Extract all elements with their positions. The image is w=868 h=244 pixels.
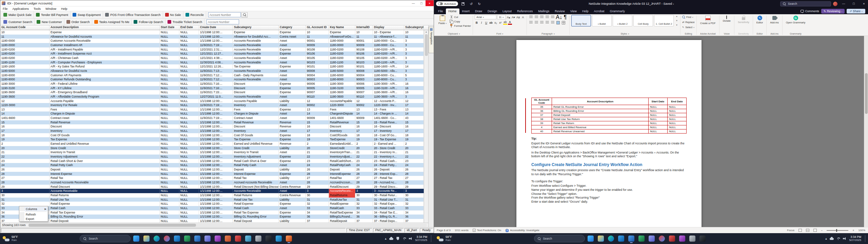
align-left-icon[interactable] bbox=[529, 20, 533, 25]
font-size-select[interactable]: 11▾ bbox=[497, 15, 506, 19]
table-row[interactable]: 1180-0000Customer Accounts ReceivableNUL… bbox=[0, 39, 424, 43]
grid-header-subcategory[interactable]: Subcategory bbox=[233, 25, 279, 30]
context-menu-item-export[interactable]: Export bbox=[20, 217, 47, 221]
toolbar-button-customer-search[interactable]: Customer Search bbox=[1, 19, 35, 25]
table-row[interactable]: 1180-5000Allowance for Doubtful AcctsNUL… bbox=[0, 69, 424, 73]
table-row[interactable]: 33Retail CashNULLNULL1/1/1998 12:00:...R… bbox=[0, 206, 424, 210]
toolbar-button-order-search[interactable]: Order Search bbox=[64, 19, 92, 25]
taskbar-app-onenote[interactable] bbox=[213, 234, 222, 243]
table-row[interactable]: 10ExpenseNULLNULL1/1/1998 12:00:...Expen… bbox=[0, 30, 424, 35]
shrink-font-icon[interactable]: A▾ bbox=[511, 15, 515, 19]
editor-button[interactable]: ✎Editor bbox=[755, 15, 765, 25]
table-row[interactable]: 12Accounts PayableNULLNULL1/1/1998 12:00… bbox=[0, 99, 424, 103]
grid-horizontal-scrollbar[interactable] bbox=[28, 224, 427, 227]
table-row[interactable]: 23Retail Cash Short & OverNULLNULL1/1/19… bbox=[0, 159, 424, 163]
align-right-icon[interactable] bbox=[539, 20, 544, 25]
show-desktop-button[interactable] bbox=[865, 235, 866, 242]
line-spacing-icon[interactable] bbox=[550, 20, 555, 25]
dialog-launcher-icon[interactable]: ▾ bbox=[554, 33, 555, 35]
read-mode-button[interactable] bbox=[798, 229, 802, 232]
table-row[interactable]: 1180-8000Customer Refunds OutstandingNUL… bbox=[0, 77, 424, 82]
ribbon-tab-help[interactable]: Help bbox=[579, 8, 591, 14]
table-row[interactable]: 18Cost Of GoodsNULLNULL1/1/1998 12:00:..… bbox=[0, 133, 424, 138]
grid-header-end-date[interactable]: End Date bbox=[179, 25, 199, 30]
taskbar-app-task-view[interactable] bbox=[132, 234, 141, 243]
table-row[interactable]: 1190-3600A/R - Affordable Connectivity P… bbox=[0, 95, 424, 99]
taskbar-app-outlook[interactable] bbox=[173, 234, 181, 243]
rows-count-label[interactable]: Showing 163 rows bbox=[0, 223, 27, 227]
taskbar-app-chrome[interactable] bbox=[162, 234, 171, 243]
table-row[interactable]: 11Allowance for Doubtful AccountsNULLNUL… bbox=[0, 35, 424, 39]
table-row[interactable]: 24Retail Petty CashNULLNULL1/1/1998 12:0… bbox=[0, 163, 424, 167]
taskbar-app-notepad[interactable] bbox=[244, 234, 253, 243]
style-cell-body[interactable]: Cell Body bbox=[633, 15, 653, 26]
open-grammarly-button[interactable]: GOpen Grammarly bbox=[784, 15, 807, 25]
table-row[interactable]: 28Interest ExpenseNULLNULL1/1/1998 12:00… bbox=[0, 172, 424, 176]
taskbar-app-word[interactable] bbox=[193, 234, 202, 243]
table-row[interactable]: 15Retail RevenueNULLNULL1/1/1998 12:00:.… bbox=[0, 120, 424, 125]
account-number-input-primary[interactable] bbox=[208, 12, 241, 17]
clear-formatting-icon[interactable]: A bbox=[521, 15, 525, 19]
indent-icon[interactable] bbox=[550, 15, 555, 19]
grid-vertical-scrollbar[interactable]: ▲ bbox=[424, 30, 428, 223]
taskbar-app-idi[interactable] bbox=[284, 234, 293, 243]
outdent-icon[interactable] bbox=[545, 15, 550, 19]
dialog-launcher-icon[interactable]: ▾ bbox=[502, 33, 503, 35]
taskbar-search[interactable]: Search bbox=[80, 235, 131, 242]
toolbar-button-swap-equipment[interactable]: Swap Equipment bbox=[71, 11, 103, 18]
style-bullet-2[interactable]: • Bullet 2 bbox=[613, 15, 632, 26]
replace-button[interactable]: ⇄Replace bbox=[682, 20, 695, 24]
ribbon-tab-grammarly[interactable]: Grammarly bbox=[607, 8, 628, 14]
table-row[interactable]: 28Accrued Accounts ReceivableNULLNULL1/1… bbox=[0, 180, 424, 185]
table-row[interactable]: 20Store CreditNULLNULL1/1/1998 12:00:...… bbox=[0, 146, 424, 150]
table-row[interactable]: 1180-1600A/R - Ky Sales Tax RefundNULLNU… bbox=[0, 64, 424, 69]
table-row[interactable]: 31Retail Use TaxNULLNULL1/1/1998 12:00:.… bbox=[0, 198, 424, 202]
zoom-slider-knob[interactable] bbox=[836, 229, 837, 232]
taskbar-app-vscode[interactable] bbox=[274, 234, 283, 243]
taskbar-app-file-explorer[interactable] bbox=[596, 234, 605, 243]
editing-mode-button[interactable]: ✎ Reviewing ▾ bbox=[821, 9, 845, 14]
create-pdf-button[interactable]: Create a PDF bbox=[698, 15, 717, 25]
justify-icon[interactable] bbox=[545, 20, 550, 25]
taskbar-app-teams[interactable] bbox=[647, 234, 656, 243]
toolbar-button-new-customer[interactable]: New Customer bbox=[35, 19, 64, 25]
font-family-select[interactable]: Arial▾ bbox=[475, 15, 496, 19]
copy-button[interactable]: Copy bbox=[450, 19, 471, 23]
table-row[interactable]: 29Retail DiscountNULLNULL1/1/1998 12:00:… bbox=[0, 185, 424, 189]
account-number-input-secondary[interactable] bbox=[206, 19, 239, 24]
taskbar-app-excel[interactable] bbox=[637, 234, 646, 243]
dialog-launcher-icon[interactable]: ▾ bbox=[628, 33, 629, 35]
context-menu-item-refresh[interactable]: Refresh bbox=[20, 212, 47, 217]
grid-header-account-description[interactable]: Account Description bbox=[50, 25, 160, 30]
minimize-button[interactable]: — bbox=[409, 0, 417, 6]
idi-menu-window[interactable]: Window bbox=[43, 7, 59, 11]
dictate-button[interactable]: Dictate bbox=[721, 15, 732, 23]
toolbar-button-no-sale[interactable]: No Sale bbox=[163, 11, 183, 18]
paste-button[interactable]: Paste ▾ bbox=[437, 15, 448, 25]
highlight-color-icon[interactable]: ab bbox=[503, 20, 507, 25]
table-row[interactable]: 17InventoryNULLNULL1/1/1998 12:00:...Inv… bbox=[0, 129, 424, 133]
accessibility-indicator[interactable]: ♿Accessibility: Investigate bbox=[505, 229, 539, 232]
table-row[interactable]: 30Retail ReturnsNULLNULL1/1/1998 12:00:.… bbox=[0, 193, 424, 198]
ribbon-tab-draw[interactable]: Draw bbox=[472, 8, 485, 14]
table-row[interactable]: 1180-6000Customer AR PaymentsNULLNULL11/… bbox=[0, 73, 424, 78]
change-case-icon[interactable]: Aa bbox=[516, 15, 520, 19]
ribbon-tab-acrobat[interactable]: Acrobat bbox=[591, 8, 607, 14]
table-row[interactable]: 27Retail TaxNULLNULL1/1/1998 12:00:...Re… bbox=[0, 176, 424, 180]
pilcrow-icon[interactable]: ¶ bbox=[563, 15, 568, 19]
context-menu-item-columns[interactable]: Columns▶ bbox=[20, 207, 47, 211]
toolbar-button-tasks-assigned-to-me[interactable]: Tasks Assigned To Me bbox=[92, 19, 132, 25]
table-row[interactable]: 1180-0200A/R - Christmas CashNULLNULL12/… bbox=[0, 56, 424, 60]
scroll-up-icon[interactable]: ▲ bbox=[425, 30, 427, 34]
italic-icon[interactable]: I bbox=[479, 20, 484, 25]
sensitivity-button[interactable]: Sensitivity bbox=[736, 15, 751, 24]
ribbon-tab-home[interactable]: Home bbox=[446, 8, 459, 14]
show-desktop-button[interactable] bbox=[431, 235, 432, 242]
ribbon-tab-design[interactable]: Design bbox=[485, 8, 500, 14]
table-row[interactable]: 3Accounts ReceivableNULLNULL1/1/1998 12:… bbox=[0, 189, 424, 193]
tray-chevron-icon[interactable]: ▲ bbox=[825, 237, 827, 240]
grid-header-subcategoryid[interactable]: SubcategoryID bbox=[404, 25, 424, 30]
ribbon-tab-mailings[interactable]: Mailings bbox=[535, 8, 552, 14]
taskbar-search[interactable]: Search bbox=[534, 235, 585, 242]
taskbar-app-powerpoint[interactable] bbox=[223, 234, 232, 243]
